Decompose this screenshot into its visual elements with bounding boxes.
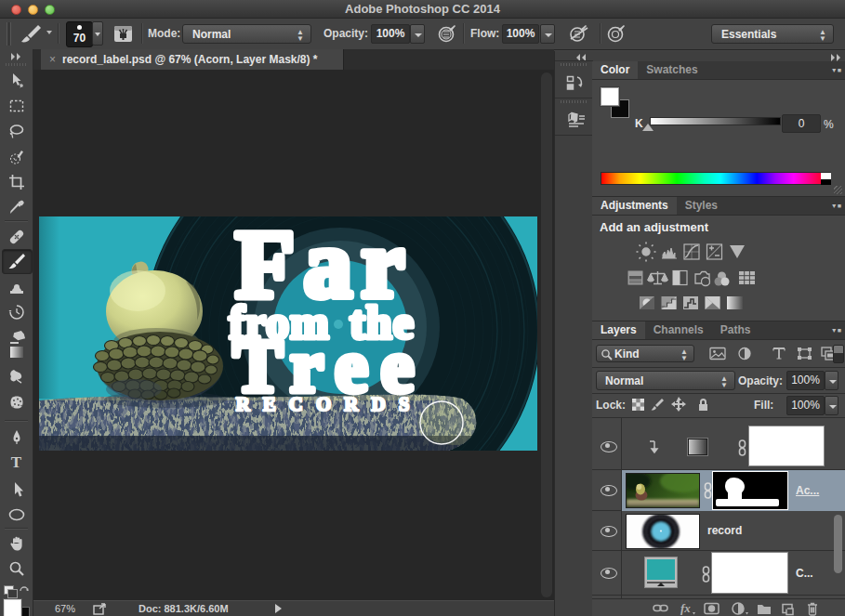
svg-text:RECORDS: RECORDS	[236, 393, 423, 415]
svg-text:fx: fx	[680, 601, 691, 615]
